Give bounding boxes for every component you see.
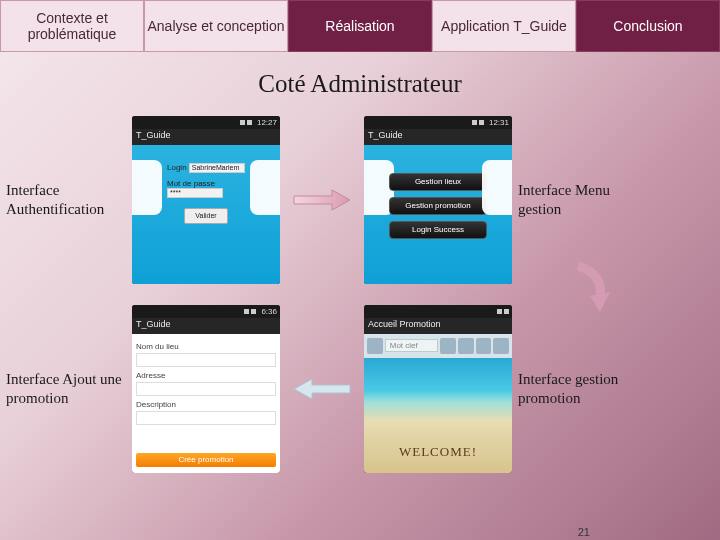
row-bottom: Interface Ajout une promotion 6:36 T_Gui… — [0, 301, 720, 476]
label-auth: Interface Authentification — [0, 181, 126, 219]
label-ajout: Interface Ajout une promotion — [0, 370, 126, 408]
row-top: Interface Authentification 12:27 T_Guide… — [0, 112, 720, 287]
btn-login-success[interactable]: Login Success — [389, 221, 487, 239]
tab-realisation[interactable]: Réalisation — [288, 0, 432, 52]
app-header: Accueil Promotion — [364, 318, 512, 334]
label-menu: Interface Menu gestion — [518, 181, 644, 219]
app-header: T_Guide — [132, 318, 280, 334]
f-nom: Nom du lieu — [136, 342, 276, 351]
login-label: Login — [167, 163, 187, 172]
search-input[interactable]: Mot clef — [385, 339, 438, 352]
btn-cree[interactable]: Crée promotion — [136, 453, 276, 467]
phone-auth: 12:27 T_Guide Login SabrineMariem Mot de… — [132, 116, 280, 284]
btn-promo[interactable]: Gestion promotion — [389, 197, 487, 215]
tab-conclusion[interactable]: Conclusion — [576, 0, 720, 52]
phone-ajout: 6:36 T_Guide Nom du lieu Adresse Descrip… — [132, 305, 280, 473]
tab-analyse[interactable]: Analyse et conception — [144, 0, 288, 52]
valider-button[interactable]: Valider — [184, 208, 228, 224]
toolbar: Mot clef — [364, 334, 512, 358]
welcome-text: WELCOME! — [364, 444, 512, 460]
page-title: Coté Administrateur — [0, 70, 720, 98]
app-header: T_Guide — [132, 129, 280, 145]
time: 6:36 — [261, 307, 277, 316]
tab-application[interactable]: Application T_Guide — [432, 0, 576, 52]
page-number: 21 — [578, 526, 590, 538]
phone-menu: 12:31 T_Guide Gestion lieux Gestion prom… — [364, 116, 512, 284]
arrow-curved-icon — [570, 262, 610, 314]
login-input[interactable]: SabrineMariem — [189, 163, 245, 173]
tool-icon[interactable] — [493, 338, 509, 354]
time: 12:31 — [489, 118, 509, 127]
pass-input[interactable]: **** — [167, 188, 223, 198]
input-nom[interactable] — [136, 353, 276, 367]
app-header: T_Guide — [364, 129, 512, 145]
pass-label: Mot de passe — [167, 179, 215, 188]
f-desc: Description — [136, 400, 276, 409]
time: 12:27 — [257, 118, 277, 127]
tool-icon[interactable] — [476, 338, 492, 354]
input-adresse[interactable] — [136, 382, 276, 396]
btn-lieux[interactable]: Gestion lieux — [389, 173, 487, 191]
tool-icon[interactable] — [440, 338, 456, 354]
tool-icon[interactable] — [458, 338, 474, 354]
label-gestpromo: Interface gestion promotion — [518, 370, 644, 408]
tab-contexte[interactable]: Contexte et problématique — [0, 0, 144, 52]
arrow-right-icon — [292, 188, 352, 212]
tabs: Contexte et problématique Analyse et con… — [0, 0, 720, 52]
arrow-left-icon — [292, 377, 352, 401]
f-adresse: Adresse — [136, 371, 276, 380]
phone-gestpromo: Accueil Promotion Mot clef WELCOME! — [364, 305, 512, 473]
tool-icon[interactable] — [367, 338, 383, 354]
input-desc[interactable] — [136, 411, 276, 425]
